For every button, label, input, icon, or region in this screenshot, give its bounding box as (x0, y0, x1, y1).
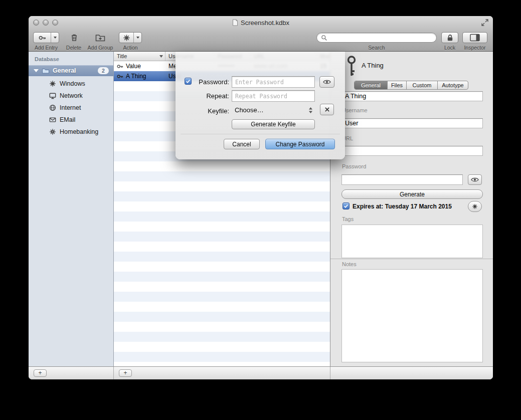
tab-custom[interactable]: Custom (407, 81, 438, 89)
dialog-password-label: Password: (176, 78, 229, 86)
gear-icon (49, 80, 56, 88)
sort-indicator-icon (159, 55, 163, 58)
close-icon (324, 107, 330, 112)
fullscreen-icon[interactable] (481, 19, 488, 28)
search-label: Search (352, 45, 402, 51)
entry-key-icon (345, 56, 358, 77)
display-icon (49, 92, 56, 100)
sidebar-item-email[interactable]: EMail (29, 114, 113, 126)
banking-icon (49, 128, 56, 136)
expires-checkbox[interactable] (342, 202, 350, 209)
folder-icon (42, 67, 50, 75)
inspector-label: Inspector (457, 45, 493, 51)
sidebar-item-label: Internet (60, 104, 81, 111)
password-field[interactable] (341, 174, 463, 185)
generate-keyfile-button[interactable]: Generate Keyfile (232, 119, 315, 129)
footer-divider (113, 367, 114, 379)
inspector-panel: A Thing General Files Custom Autotype Us… (330, 52, 493, 366)
username-field[interactable] (341, 118, 483, 128)
cancel-button[interactable]: Cancel (224, 139, 260, 149)
column-header-title[interactable]: Title (114, 52, 165, 61)
sidebar-section-label: Database (35, 56, 59, 62)
tab-autotype[interactable]: Autotype (438, 81, 468, 89)
url-field[interactable] (341, 146, 483, 156)
stepper-icon (308, 107, 313, 114)
envelope-icon (49, 116, 56, 124)
clear-keyfile-button[interactable] (320, 104, 334, 115)
lock-icon (446, 34, 454, 42)
password-label: Password (342, 163, 366, 169)
tags-field[interactable] (341, 225, 483, 258)
add-group-plus-button[interactable]: + (34, 369, 47, 377)
caret-down-icon[interactable] (133, 33, 141, 43)
sidebar-item-internet[interactable]: Internet (29, 102, 113, 114)
lock-button[interactable] (441, 32, 458, 43)
document-icon (232, 19, 238, 26)
footer-divider (330, 367, 330, 379)
eye-icon (471, 177, 479, 182)
inspector-tabs: General Files Custom Autotype (354, 81, 468, 90)
caret-down-icon[interactable] (51, 33, 59, 43)
group-count-badge: 2 (98, 67, 109, 74)
notes-field[interactable] (341, 269, 483, 362)
add-group-label: Add Group (82, 45, 118, 51)
delete-button[interactable] (68, 32, 81, 43)
gear-icon (119, 33, 133, 43)
entry-title: A Thing (126, 73, 146, 80)
disclosure-triangle-icon[interactable] (34, 69, 39, 72)
titlebar: Screenshot.kdbx (29, 19, 493, 27)
sidebar-item-label: Windows (60, 80, 85, 87)
tab-files[interactable]: Files (388, 81, 407, 89)
add-entry-button[interactable] (33, 32, 59, 43)
inspector-button[interactable] (462, 32, 487, 43)
dialog-divider (181, 134, 340, 134)
inspector-entry-title: A Thing (362, 62, 384, 69)
sidebar-item-label: Homebanking (60, 128, 98, 135)
group-label: General (53, 67, 98, 74)
notes-label: Notes (342, 261, 357, 267)
globe-icon (49, 104, 56, 112)
sidebar-item-windows[interactable]: Windows (29, 78, 113, 90)
sidebar: Database General 2 Windows Network (29, 52, 114, 366)
add-entry-plus-button[interactable]: + (119, 369, 132, 377)
generate-password-button[interactable]: Generate (341, 189, 483, 199)
gear-icon (472, 203, 478, 209)
expires-settings-button[interactable] (468, 201, 482, 212)
keyfile-popup-value: Choose… (235, 106, 264, 114)
eye-icon (323, 79, 331, 85)
sidebar-item-label: Network (60, 92, 83, 99)
search-input[interactable] (329, 33, 432, 42)
repeat-password-input[interactable] (232, 90, 315, 102)
sidebar-item-label: EMail (60, 116, 75, 123)
bottom-bar: + + (29, 366, 493, 379)
inspector-panel-icon (470, 34, 480, 42)
dialog-repeat-label: Repeat: (176, 92, 229, 100)
username-label: Username (342, 107, 368, 113)
key-icon (117, 73, 123, 80)
sidebar-item-network[interactable]: Network (29, 90, 113, 102)
action-label: Action (115, 45, 145, 51)
dialog-keyfile-label: Keyfile: (176, 107, 229, 115)
show-password-button[interactable] (319, 76, 334, 88)
search-icon (321, 35, 327, 41)
action-button[interactable] (119, 32, 142, 43)
sidebar-item-homebanking[interactable]: Homebanking (29, 126, 113, 138)
tab-general[interactable]: General (355, 81, 388, 89)
trash-icon (70, 33, 79, 42)
window-title: Screenshot.kdbx (241, 19, 289, 27)
change-password-button[interactable]: Change Password (265, 139, 335, 149)
section-divider (330, 259, 493, 259)
title-field[interactable] (341, 91, 483, 101)
add-group-button[interactable] (94, 32, 107, 43)
expires-label: Expires at: Tuesday 17 March 2015 (353, 203, 452, 210)
app-window: Screenshot.kdbx (29, 16, 493, 379)
new-password-input[interactable] (232, 76, 315, 88)
change-password-dialog: Password: Repeat: Keyfile: Choose… Gener… (176, 52, 345, 159)
column-title-label: Title (117, 53, 127, 59)
search-field[interactable] (316, 33, 437, 43)
reveal-password-button[interactable] (468, 174, 482, 185)
folder-plus-icon (95, 33, 105, 42)
keyfile-popup[interactable]: Choose… (232, 104, 315, 116)
key-icon (34, 33, 51, 43)
sidebar-group-general[interactable]: General 2 (29, 65, 113, 76)
